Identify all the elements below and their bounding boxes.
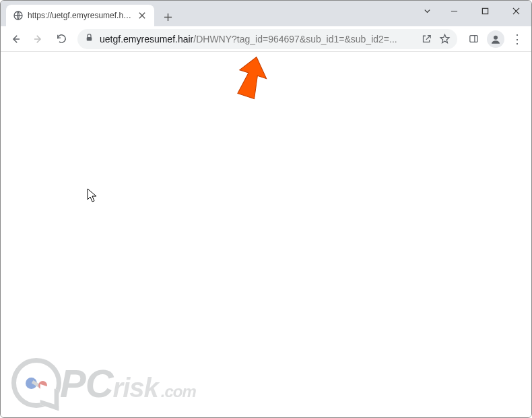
watermark-brand-com: .com [161, 382, 196, 401]
watermark-brand-pc: PC [60, 361, 113, 406]
watermark-brand-risk: risk [113, 373, 158, 403]
watermark-text: PCrisk.com [60, 361, 196, 406]
watermark-bubble-icon [11, 358, 61, 408]
browser-toolbar: uetgf.emyresumef.hair/DHWNY?tag_id=96469… [1, 26, 531, 52]
omnibox-actions [421, 33, 451, 44]
window-titlebar: https://uetgf.emyresumef.hair/DH [1, 1, 531, 26]
reload-button[interactable] [51, 28, 72, 50]
svg-rect-1 [482, 8, 488, 13]
url-path: /DHWNY?tag_id=964697&sub_id1=&sub_id2=..… [193, 34, 397, 44]
browser-tab[interactable]: https://uetgf.emyresumef.hair/DH [6, 5, 154, 26]
globe-icon [13, 10, 24, 21]
bookmark-star-icon[interactable] [439, 33, 451, 44]
chevron-down-icon[interactable] [415, 1, 438, 21]
share-icon[interactable] [421, 33, 432, 44]
lock-icon [84, 32, 94, 45]
profile-avatar[interactable] [487, 30, 504, 48]
url-host: uetgf.emyresumef.hair [100, 34, 193, 44]
minimize-button[interactable] [438, 1, 469, 21]
svg-rect-2 [87, 37, 92, 41]
window-controls [415, 1, 531, 21]
maximize-button[interactable] [469, 1, 500, 21]
side-panel-icon[interactable] [463, 28, 484, 50]
close-tab-icon[interactable] [137, 10, 147, 21]
svg-point-4 [494, 35, 498, 39]
tab-strip: https://uetgf.emyresumef.hair/DH [1, 1, 415, 26]
new-tab-button[interactable] [158, 7, 177, 26]
url-text: uetgf.emyresumef.hair/DHWNY?tag_id=96469… [100, 34, 415, 44]
close-window-button[interactable] [500, 1, 531, 21]
tab-title: https://uetgf.emyresumef.hair/DH [28, 11, 133, 20]
svg-rect-3 [469, 36, 477, 42]
browser-menu-icon[interactable]: ⋮ [507, 28, 527, 50]
back-button[interactable] [5, 28, 26, 50]
watermark-logo: PCrisk.com [11, 358, 196, 408]
address-bar[interactable]: uetgf.emyresumef.hair/DHWNY?tag_id=96469… [77, 29, 457, 49]
forward-button[interactable] [28, 28, 49, 50]
